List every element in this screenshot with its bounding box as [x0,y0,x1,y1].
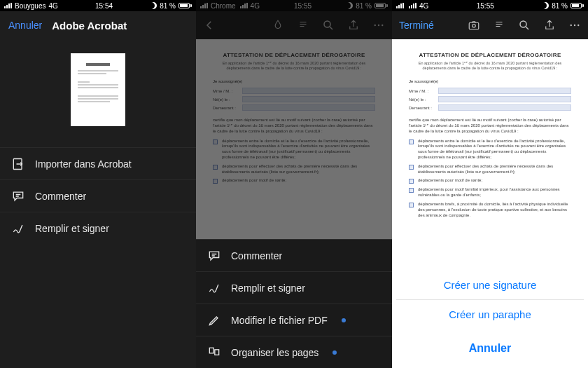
sign-icon [207,281,221,295]
panel-share-sheet: Bouygues 4G 15:54 81 % Annuler Adobe Acr… [0,0,196,368]
done-button[interactable]: Terminé [399,20,434,31]
status-bar: Bouygues 4G 15:54 81 % [0,0,196,11]
carrier-label: Bouygues [15,2,46,10]
app-title: Adobe Acrobat [52,20,127,32]
clock: 15:55 [477,2,494,10]
svg-rect-5 [209,348,214,353]
share-icon[interactable] [543,19,556,32]
comment-icon [11,189,25,203]
action-fill-sign-label: Remplir et signer [35,223,109,234]
svg-point-11 [574,25,575,26]
sign-icon [11,222,25,236]
sheet-create-signature[interactable]: Créer une signature [396,270,584,299]
tool-edit-pdf-label: Modifier le fichier PDF [231,315,328,326]
tool-comment-label: Commenter [231,250,282,261]
tool-comment[interactable]: Commenter [196,239,392,271]
panel-signature-sheet: 4G 15:55 81 % Terminé ATTESTATION DE DÉP… [392,0,588,368]
more-icon[interactable] [568,19,581,32]
network-label: 4G [48,2,57,10]
action-import[interactable]: Importer dans Acrobat [0,147,196,179]
pencil-icon [207,313,221,327]
sheet-create-initials[interactable]: Créer un paraphe [396,299,584,329]
tool-fill-sign[interactable]: Remplir et signer [196,271,392,304]
comment-icon [207,249,221,263]
search-icon[interactable] [518,19,531,32]
network-label: 4G [419,2,428,10]
signal-icon [396,3,404,8]
svg-rect-7 [469,22,479,29]
dnd-icon [542,2,549,9]
svg-point-10 [570,25,572,26]
doc-title: ATTESTATION DE DÉPLACEMENT DÉROGATOIRE [409,52,571,58]
battery-icon [178,3,192,8]
action-fill-sign[interactable]: Remplir et signer [0,212,196,244]
camera-icon[interactable] [468,19,480,32]
signal-icon [409,3,416,8]
tool-organize[interactable]: Organiser les pages [196,336,392,368]
svg-point-12 [578,25,579,26]
organize-icon [207,346,221,360]
battery-pct: 81 % [160,2,176,10]
svg-point-9 [520,21,526,27]
status-bar: 4G 15:55 81 % [392,0,588,11]
tool-edit-pdf[interactable]: Modifier le fichier PDF [196,304,392,336]
premium-badge-icon [342,318,346,322]
tool-organize-label: Organiser les pages [231,347,318,358]
text-settings-icon[interactable] [493,19,505,32]
action-comment[interactable]: Commenter [0,179,196,212]
document-thumbnail-wrap [0,39,196,147]
doc-subtitle: En application de l'article 1ᵉʳ du décre… [409,61,571,71]
bottom-tools-menu: Commenter Remplir et signer Modifier le … [196,239,392,368]
premium-badge-icon [332,350,337,355]
battery-pct: 81 % [552,2,568,10]
share-header: Annuler Adobe Acrobat [0,11,196,39]
svg-rect-6 [215,349,219,355]
clock: 15:54 [95,2,113,10]
action-comment-label: Commenter [35,191,86,202]
signal-icon [4,3,12,8]
doc-cert: certifie que mon déplacement est lié au … [409,118,571,134]
action-import-label: Importer dans Acrobat [35,158,132,170]
svg-point-8 [472,25,476,28]
dnd-icon [150,2,157,9]
import-icon [11,157,25,171]
battery-icon [570,3,584,8]
document-thumbnail[interactable] [71,53,125,126]
tool-fill-sign-label: Remplir et signer [231,282,305,294]
panel-tools-menu: Chrome 4G 15:55 81 % ATTESTATION DE DÉPL… [196,0,392,368]
sheet-cancel[interactable]: Annuler [396,333,584,364]
action-sheet: Créer une signature Créer un paraphe Ann… [392,270,588,368]
cancel-button[interactable]: Annuler [8,20,42,31]
toolbar: Terminé [392,11,588,39]
doc-soussigne: Je soussigné(e) [409,79,571,83]
